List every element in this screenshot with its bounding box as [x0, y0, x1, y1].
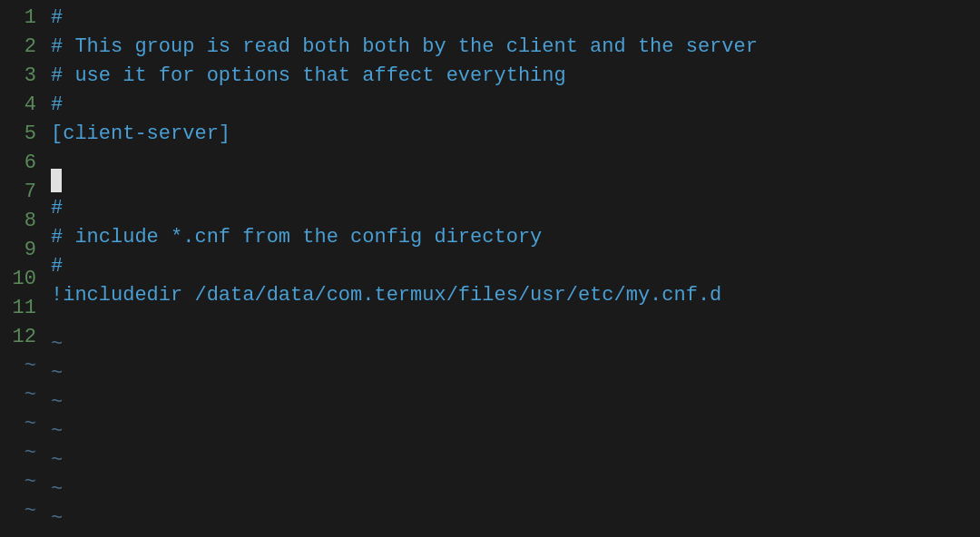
tilde-6: ~ — [51, 475, 980, 504]
code-area[interactable]: # # This group is read both both by the … — [47, 4, 980, 533]
tilde-1: ~ — [51, 330, 980, 359]
line-num-tilde-7: ~ — [7, 526, 36, 537]
line-num-tilde-5: ~ — [7, 468, 36, 497]
line-num-9: 9 — [7, 236, 36, 265]
line-num-2: 2 — [7, 33, 36, 62]
code-text-11: !includedir /data/data/com.termux/files/… — [51, 281, 721, 310]
line-num-7: 7 — [7, 178, 36, 207]
code-line-2: # This group is read both both by the cl… — [51, 33, 980, 62]
code-line-12 — [51, 310, 980, 330]
code-line-8: # — [51, 194, 980, 223]
tilde-7: ~ — [51, 504, 980, 533]
code-line-4: # — [51, 91, 980, 120]
line-num-tilde-6: ~ — [7, 497, 36, 526]
text-cursor — [51, 169, 62, 192]
code-line-5: [client-server] — [51, 120, 980, 149]
code-text-2: # This group is read both both by the cl… — [51, 33, 758, 62]
code-text-8: # — [51, 194, 63, 223]
code-line-10: # — [51, 252, 980, 281]
line-num-4: 4 — [7, 91, 36, 120]
tilde-3: ~ — [51, 388, 980, 417]
line-num-6: 6 — [7, 149, 36, 178]
line-num-5: 5 — [7, 120, 36, 149]
line-num-tilde-2: ~ — [7, 381, 36, 410]
code-line-3: # use it for options that affect everyth… — [51, 62, 980, 91]
line-num-8: 8 — [7, 207, 36, 236]
line-num-10: 10 — [7, 265, 36, 294]
code-line-6 — [51, 149, 980, 169]
line-num-tilde-3: ~ — [7, 410, 36, 439]
code-line-1: # — [51, 4, 980, 33]
line-num-11: 11 — [7, 294, 36, 323]
editor[interactable]: 1 2 3 4 5 6 7 8 9 10 11 12 ~ ~ ~ ~ ~ ~ ~… — [0, 0, 980, 537]
code-line-9: # include *.cnf from the config director… — [51, 223, 980, 252]
code-text-5: [client-server] — [51, 120, 230, 149]
code-text-10: # — [51, 252, 63, 281]
code-text-1: # — [51, 4, 63, 33]
code-line-7 — [51, 169, 980, 194]
line-num-12: 12 — [7, 323, 36, 352]
line-numbers: 1 2 3 4 5 6 7 8 9 10 11 12 ~ ~ ~ ~ ~ ~ ~ — [0, 4, 47, 533]
tilde-2: ~ — [51, 359, 980, 388]
code-text-3: # use it for options that affect everyth… — [51, 62, 566, 91]
line-num-1: 1 — [7, 4, 36, 33]
tilde-4: ~ — [51, 417, 980, 446]
code-line-11: !includedir /data/data/com.termux/files/… — [51, 281, 980, 310]
code-text-4: # — [51, 91, 63, 120]
line-num-tilde-4: ~ — [7, 439, 36, 468]
line-num-tilde-1: ~ — [7, 352, 36, 381]
code-text-9: # include *.cnf from the config director… — [51, 223, 542, 252]
tilde-5: ~ — [51, 446, 980, 475]
line-num-3: 3 — [7, 62, 36, 91]
